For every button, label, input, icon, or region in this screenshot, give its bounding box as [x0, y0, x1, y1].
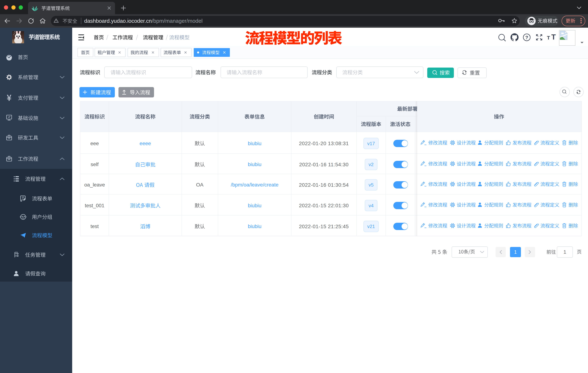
svg-text:v21: v21 — [367, 224, 375, 229]
svg-text:biubiu: biubiu — [248, 203, 262, 208]
svg-text:/bpm/oa/leave/create: /bpm/oa/leave/create — [231, 182, 279, 188]
svg-text:2022-01-16 01:30:54: 2022-01-16 01:30:54 — [299, 182, 349, 188]
svg-text:v4: v4 — [368, 203, 373, 208]
svg-text:self: self — [91, 161, 99, 167]
svg-text:?: ? — [525, 35, 528, 40]
svg-text:2022-01-20 13:08:31: 2022-01-20 13:08:31 — [299, 141, 349, 146]
svg-text:OA: OA — [196, 182, 204, 188]
svg-text:v2: v2 — [368, 162, 373, 167]
svg-text:v5: v5 — [368, 182, 373, 188]
svg-text:T: T — [547, 35, 550, 40]
svg-text:eeee: eeee — [140, 141, 151, 146]
svg-text:1: 1 — [514, 249, 517, 255]
svg-text:2022-01-16 11:54:30: 2022-01-16 11:54:30 — [299, 162, 348, 167]
svg-text:1: 1 — [563, 249, 566, 255]
svg-text:biubiu: biubiu — [248, 223, 262, 229]
svg-text:oa_leave: oa_leave — [84, 182, 105, 188]
svg-text:v17: v17 — [367, 141, 375, 146]
svg-text:2022-01-15 21:25:45: 2022-01-15 21:25:45 — [299, 224, 349, 229]
svg-text:2022-01-15 22:01:30: 2022-01-15 22:01:30 — [299, 203, 349, 208]
svg-text:test_001: test_001 — [85, 203, 104, 208]
svg-text:biubiu: biubiu — [248, 161, 262, 167]
svg-text:T: T — [551, 33, 556, 41]
svg-text:biubiu: biubiu — [248, 141, 262, 146]
svg-text:dashboard.yudao.iocoder.cn/bpm: dashboard.yudao.iocoder.cn/bpm/manager/m… — [84, 18, 202, 24]
svg-text:eee: eee — [90, 141, 99, 146]
svg-text:test: test — [90, 223, 99, 229]
